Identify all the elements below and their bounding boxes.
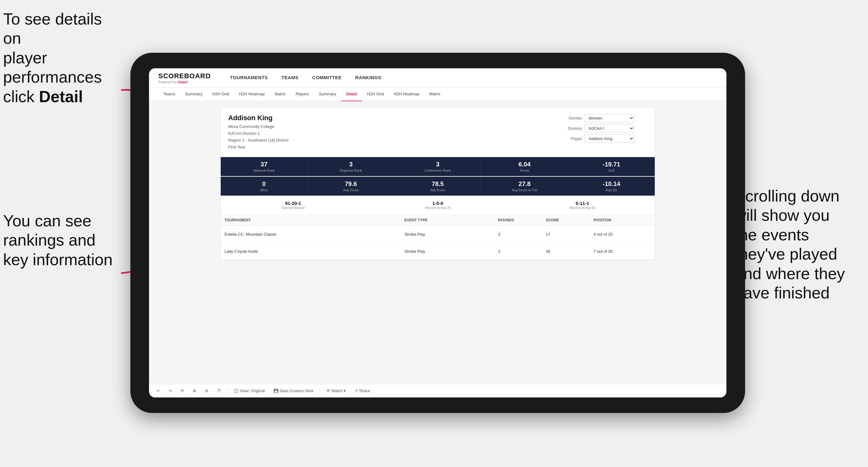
- td-tournament: Estella CC- Mountain Classic: [221, 229, 401, 240]
- sub-nav: Teams Summary H2H Grid H2H Heatmap Matri…: [149, 88, 726, 101]
- stats-row-2: 0Wins79.6Avg Score78.5Adj Score27.8Avg S…: [221, 177, 655, 196]
- gender-row: Gender Women Men: [560, 114, 647, 122]
- top-nav: SCOREBOARD Powered by clippd TOURNAMENTS…: [149, 68, 726, 88]
- main-content: Addison King Mesa Community College NJCA…: [149, 101, 726, 384]
- toolbar-sep-1: [227, 388, 227, 394]
- sub-nav-list: Teams Summary H2H Grid H2H Heatmap Matri…: [158, 88, 445, 101]
- subnav-detail[interactable]: Detail: [341, 88, 362, 101]
- player-info: Addison King Mesa Community College NJCA…: [228, 114, 554, 151]
- stat-cell: 78.5Adj Score: [395, 177, 482, 196]
- tablet-screen: SCOREBOARD Powered by clippd TOURNAMENTS…: [149, 68, 726, 398]
- subnav-h2h-heatmap2[interactable]: H2H Heatmap: [389, 88, 424, 101]
- subnav-matrix2[interactable]: Matrix: [424, 88, 445, 101]
- subnav-summary[interactable]: Summary: [180, 88, 207, 101]
- stat-cell: 27.8Avg Score to Par: [481, 177, 568, 196]
- td-event: Stroke Play: [401, 229, 495, 240]
- stat-cell: 79.6Avg Score: [308, 177, 395, 196]
- logo-area: SCOREBOARD Powered by clippd: [158, 72, 211, 84]
- nav-teams[interactable]: TEAMS: [275, 68, 306, 88]
- zoom-in-btn[interactable]: ⊕: [190, 387, 199, 394]
- annotation-bottomleft: You can see rankings and key information: [3, 211, 121, 269]
- subnav-teams[interactable]: Teams: [158, 88, 180, 101]
- subnav-matrix[interactable]: Matrix: [270, 88, 290, 101]
- player-label: Player: [560, 136, 582, 141]
- td-tournament: Lady Coyote Invite: [221, 246, 401, 257]
- redo-btn[interactable]: ↪: [166, 387, 175, 394]
- nav-committee[interactable]: COMMITTEE: [306, 68, 349, 88]
- gender-select[interactable]: Women Men: [585, 114, 634, 122]
- annotation-right: Scrolling down will show you the events …: [735, 186, 865, 303]
- nav-rankings[interactable]: RANKINGS: [348, 68, 388, 88]
- table-header: Tournament Event Type Rounds Score Posit…: [221, 215, 655, 226]
- th-rounds: Rounds: [494, 215, 542, 225]
- stat-cell: 3Regional Rank: [308, 157, 395, 176]
- player-selectors: Gender Women Men Division NJCAA I NJCAA …: [560, 114, 647, 151]
- td-rounds: 2: [494, 229, 542, 240]
- player-row: Player Addison King: [560, 134, 647, 143]
- player-name: Addison King: [228, 114, 554, 122]
- table-body: Estella CC- Mountain Classic Stroke Play…: [221, 226, 655, 260]
- content-card: Addison King Mesa Community College NJCA…: [220, 107, 655, 260]
- subnav-h2h-grid2[interactable]: H2H Grid: [362, 88, 389, 101]
- subnav-h2h-grid[interactable]: H2H Grid: [207, 88, 234, 101]
- player-header: Addison King Mesa Community College NJCA…: [221, 108, 655, 157]
- table-row: Estella CC- Mountain Classic Stroke Play…: [221, 226, 655, 243]
- player-meta: Mesa Community College NJCAA Division 1 …: [228, 123, 554, 151]
- td-position: 7 out of 20: [590, 246, 655, 257]
- zoom-out-btn[interactable]: ⊖: [203, 387, 211, 394]
- td-rounds: 2: [494, 246, 542, 257]
- annotation-topleft: To see details on player performances cl…: [3, 9, 121, 106]
- main-nav: TOURNAMENTS TEAMS COMMITTEE RANKINGS: [223, 68, 717, 88]
- record-cell: 1-5-0Record vs top 25: [365, 199, 510, 211]
- refresh-btn[interactable]: ⟳: [178, 387, 187, 394]
- record-cell: 5-11-1Record vs top 50: [510, 199, 655, 211]
- stats-row-1: 37National Rank3Regional Rank3Conference…: [221, 157, 655, 176]
- td-score: 16: [542, 246, 590, 257]
- watch-btn[interactable]: 👁 Watch ▾: [324, 387, 349, 394]
- th-position: Position: [590, 215, 655, 225]
- toolbar-sep-2: [320, 388, 320, 394]
- nav-tournaments[interactable]: TOURNAMENTS: [223, 68, 275, 88]
- logo-scoreboard: SCOREBOARD: [158, 72, 211, 80]
- td-score: 17: [542, 229, 590, 240]
- stat-cell: 3Conference Rank: [395, 157, 482, 176]
- stat-cell: 37National Rank: [221, 157, 308, 176]
- td-event: Stroke Play: [401, 246, 495, 257]
- table-row: Lady Coyote Invite Stroke Play 2 16 7 ou…: [221, 243, 655, 260]
- division-row: Division NJCAA I NJCAA II: [560, 124, 647, 132]
- bottom-toolbar: ↩ ↪ ⟳ ⊕ ⊖ ⏱ 📋 View: Original 💾 Save Cust…: [149, 384, 726, 398]
- timer-btn[interactable]: ⏱: [215, 387, 223, 394]
- subnav-summary2[interactable]: Summary: [314, 88, 341, 101]
- stat-cell: 0Wins: [221, 177, 308, 196]
- tablet-frame: SCOREBOARD Powered by clippd TOURNAMENTS…: [130, 53, 745, 413]
- td-position: 4 out of 20: [590, 229, 655, 240]
- th-score: Score: [542, 215, 590, 225]
- th-event: Event Type: [401, 215, 495, 225]
- gender-label: Gender: [560, 116, 582, 121]
- stat-cell: 6.04Points: [481, 157, 568, 176]
- share-btn[interactable]: ↗ Share: [352, 387, 372, 394]
- undo-btn[interactable]: ↩: [154, 387, 162, 394]
- tournament-table: Tournament Event Type Rounds Score Posit…: [221, 215, 655, 260]
- subnav-h2h-heatmap[interactable]: H2H Heatmap: [234, 88, 270, 101]
- save-custom-btn[interactable]: 💾 Save Custom View: [271, 387, 316, 394]
- subnav-players[interactable]: Players: [290, 88, 314, 101]
- view-original-btn[interactable]: 📋 View: Original: [231, 387, 267, 394]
- division-label: Division: [560, 126, 582, 131]
- player-select[interactable]: Addison King: [585, 134, 634, 143]
- division-select[interactable]: NJCAA I NJCAA II: [585, 124, 634, 132]
- stat-cell: -10.14Avg SG: [568, 177, 655, 196]
- record-cell: 91-20-1Overall Record: [221, 199, 365, 211]
- logo-powered: Powered by clippd: [158, 80, 211, 84]
- th-tournament: Tournament: [221, 215, 401, 225]
- stat-cell: -19.71SoS: [568, 157, 655, 176]
- records-row: 91-20-1Overall Record1-5-0Record vs top …: [221, 196, 655, 215]
